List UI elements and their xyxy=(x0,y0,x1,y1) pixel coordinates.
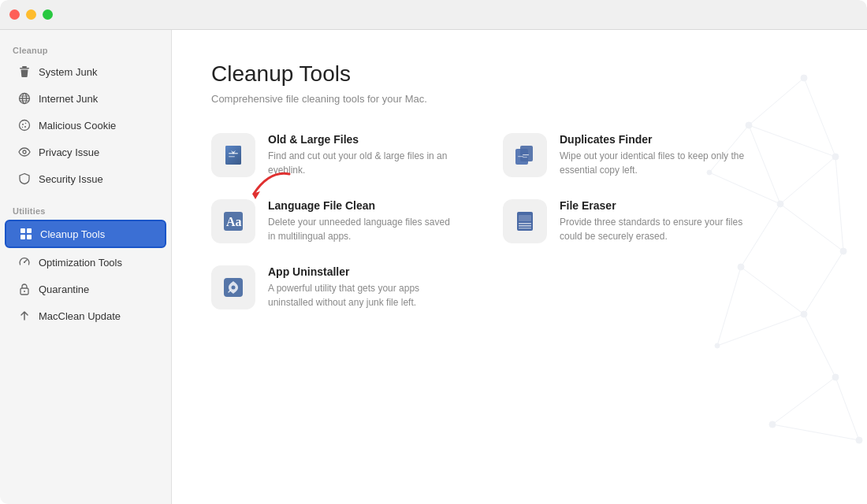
old-large-files-desc: Find and cut out your old & large files … xyxy=(268,149,456,177)
tool-file-eraser[interactable]: File Eraser Provide three standards to e… xyxy=(503,199,747,243)
sidebar-item-cleanup-tools-label: Cleanup Tools xyxy=(40,228,105,240)
app-uninstaller-info: App Uninstaller A powerful utility that … xyxy=(268,265,456,309)
sidebar-section-cleanup: Cleanup xyxy=(0,39,171,58)
svg-line-45 xyxy=(835,377,859,440)
sidebar-item-macclean-update-label: MacClean Update xyxy=(39,310,121,322)
sidebar-item-quarantine[interactable]: Quarantine xyxy=(5,276,166,302)
svg-line-39 xyxy=(780,204,843,251)
close-button[interactable] xyxy=(9,9,20,20)
svg-rect-58 xyxy=(523,154,529,155)
svg-point-29 xyxy=(769,421,776,428)
grid-icon xyxy=(19,227,33,241)
tool-duplicates-finder[interactable]: Duplicates Finder Wipe out your identica… xyxy=(503,133,747,177)
sidebar-item-macclean-update[interactable]: MacClean Update xyxy=(5,303,166,328)
language-file-clean-info: Language File Clean Delete your unneeded… xyxy=(268,199,456,243)
sidebar-item-cleanup-tools[interactable]: Cleanup Tools xyxy=(5,220,166,248)
minimize-button[interactable] xyxy=(26,9,36,20)
svg-point-20 xyxy=(24,291,25,292)
svg-line-43 xyxy=(804,314,835,377)
svg-line-41 xyxy=(804,251,843,314)
svg-point-25 xyxy=(840,248,847,254)
duplicates-finder-icon xyxy=(512,143,538,168)
svg-line-37 xyxy=(780,157,835,204)
sidebar-item-internet-junk[interactable]: Internet Junk xyxy=(5,86,166,111)
svg-point-8 xyxy=(22,124,24,125)
tools-grid: Old & Large Files Find and cut out your … xyxy=(211,133,747,309)
tool-old-large-files[interactable]: Old & Large Files Find and cut out your … xyxy=(211,133,456,177)
old-large-files-icon-wrap xyxy=(211,133,255,177)
svg-line-38 xyxy=(835,157,843,251)
svg-rect-15 xyxy=(20,235,25,239)
svg-line-42 xyxy=(741,267,804,314)
svg-line-50 xyxy=(717,314,804,346)
sidebar-item-quarantine-label: Quarantine xyxy=(39,284,89,295)
app-uninstaller-desc: A powerful utility that gets your apps u… xyxy=(268,281,456,309)
svg-point-18 xyxy=(24,261,25,263)
sidebar-item-optimization-tools[interactable]: Optimization Tools xyxy=(5,250,166,275)
svg-marker-55 xyxy=(252,191,260,199)
svg-line-35 xyxy=(749,125,835,157)
app-body: Cleanup System Junk xyxy=(0,30,867,504)
svg-rect-52 xyxy=(225,146,241,165)
duplicates-finder-name: Duplicates Finder xyxy=(560,133,747,146)
svg-line-36 xyxy=(749,125,780,204)
file-eraser-icon xyxy=(512,209,538,234)
svg-rect-1 xyxy=(20,68,29,69)
sidebar-item-internet-junk-label: Internet Junk xyxy=(39,93,98,105)
svg-rect-16 xyxy=(27,235,32,239)
svg-point-11 xyxy=(22,127,23,128)
svg-rect-54 xyxy=(229,156,235,158)
svg-point-10 xyxy=(24,126,26,128)
lock-icon xyxy=(17,282,32,296)
language-file-clean-desc: Delete your unneeded language files save… xyxy=(268,215,456,243)
globe-icon xyxy=(17,91,32,106)
language-file-clean-icon: Aa xyxy=(221,209,246,234)
svg-rect-57 xyxy=(520,146,533,161)
arrow-up-icon xyxy=(17,309,32,323)
sidebar-item-system-junk[interactable]: System Junk xyxy=(5,59,166,84)
page-subtitle: Comprehensive file cleaning tools for yo… xyxy=(211,93,828,105)
svg-rect-66 xyxy=(519,228,531,229)
duplicates-finder-info: Duplicates Finder Wipe out your identica… xyxy=(560,133,747,177)
svg-point-23 xyxy=(832,154,839,160)
svg-point-7 xyxy=(20,120,30,131)
cookie-icon xyxy=(17,118,32,132)
sidebar-item-malicious-cookie-label: Malicious Cookie xyxy=(39,120,116,132)
old-large-files-info: Old & Large Files Find and cut out your … xyxy=(268,133,456,177)
page-title: Cleanup Tools xyxy=(211,61,828,87)
svg-line-46 xyxy=(772,424,859,440)
sidebar-item-malicious-cookie[interactable]: Malicious Cookie xyxy=(5,113,166,138)
svg-point-24 xyxy=(777,201,783,207)
svg-point-22 xyxy=(746,122,752,128)
sidebar-item-system-junk-label: System Junk xyxy=(39,66,97,78)
old-large-files-name: Old & Large Files xyxy=(268,133,456,146)
duplicates-finder-icon-wrap xyxy=(503,133,547,177)
sidebar: Cleanup System Junk xyxy=(0,30,172,504)
language-file-clean-name: Language File Clean xyxy=(268,199,456,212)
svg-rect-0 xyxy=(22,66,27,68)
language-file-clean-icon-wrap: Aa xyxy=(211,199,255,243)
file-eraser-icon-wrap xyxy=(503,199,547,243)
app-uninstaller-name: App Uninstaller xyxy=(268,265,456,278)
svg-point-9 xyxy=(25,123,27,124)
tool-app-uninstaller[interactable]: App Uninstaller A powerful utility that … xyxy=(211,265,456,309)
content-area: Cleanup Tools Comprehensive file cleanin… xyxy=(172,30,867,504)
sidebar-item-privacy-issue-label: Privacy Issue xyxy=(39,146,99,158)
tool-language-file-clean[interactable]: Aa Language File Clean Delete your unnee… xyxy=(211,199,456,243)
svg-point-12 xyxy=(23,150,26,154)
duplicates-finder-desc: Wipe out your identical files to keep on… xyxy=(560,149,747,177)
sidebar-item-security-issue-label: Security Issue xyxy=(39,173,103,185)
svg-line-44 xyxy=(772,377,835,424)
maximize-button[interactable] xyxy=(43,9,53,20)
svg-point-30 xyxy=(856,437,862,443)
svg-line-34 xyxy=(804,78,835,157)
svg-point-28 xyxy=(832,374,839,380)
svg-rect-67 xyxy=(519,215,531,221)
eye-icon xyxy=(17,145,32,159)
sidebar-item-security-issue[interactable]: Security Issue xyxy=(5,166,166,191)
sidebar-item-privacy-issue[interactable]: Privacy Issue xyxy=(5,139,166,165)
svg-rect-60 xyxy=(518,156,523,157)
svg-rect-14 xyxy=(27,228,32,233)
svg-rect-13 xyxy=(20,228,25,233)
app-uninstaller-icon-wrap xyxy=(211,265,255,309)
